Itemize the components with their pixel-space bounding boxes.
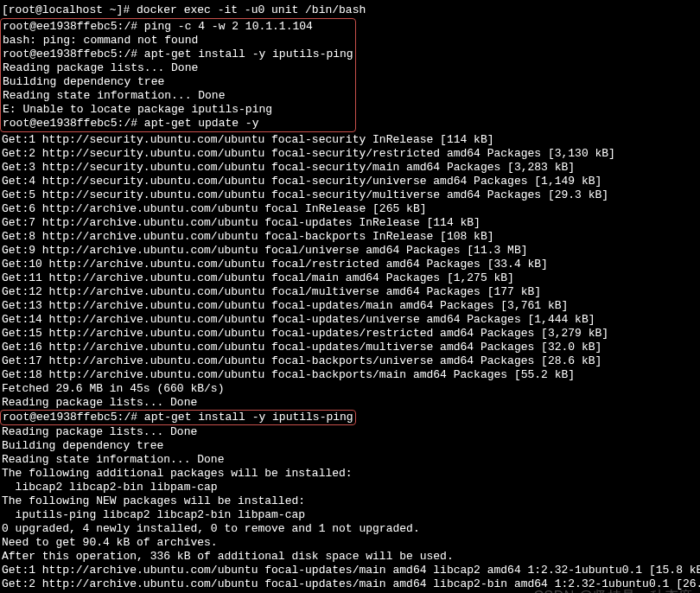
terminal-line: Get:2 http://archive.ubuntu.com/ubuntu f… [2, 577, 698, 591]
terminal-line: iputils-ping libcap2 libcap2-bin libpam-… [2, 508, 698, 522]
terminal-line: Reading state information... Done [2, 453, 698, 467]
terminal-line: root@ee1938ffebc5:/# ping -c 4 -w 2 10.1… [3, 20, 353, 34]
terminal-line: Get:5 http://security.ubuntu.com/ubuntu … [2, 188, 698, 202]
terminal-line: Get:18 http://archive.ubuntu.com/ubuntu … [2, 368, 698, 382]
host-prompt: [root@localhost ~]# [2, 3, 137, 16]
terminal-text: bash: ping: command not found [3, 34, 198, 47]
terminal-line: root@ee1938ffebc5:/# apt-get install -y … [3, 48, 353, 61]
terminal-line: libcap2 libcap2-bin libpam-cap [2, 481, 698, 494]
terminal-line: Get:11 http://archive.ubuntu.com/ubuntu … [2, 271, 698, 285]
terminal-line: root@ee1938ffebc5:/# apt-get install -y … [2, 410, 698, 425]
terminal-line: Get:12 http://archive.ubuntu.com/ubuntu … [2, 285, 698, 299]
terminal-line: Building dependency tree [2, 439, 698, 453]
terminal-line: Get:15 http://archive.ubuntu.com/ubuntu … [2, 327, 698, 341]
terminal-line: Get:1 http://archive.ubuntu.com/ubuntu f… [2, 564, 698, 577]
terminal-line: root@ee1938ffebc5:/# apt-get update -y [3, 117, 353, 131]
terminal-line: Get:6 http://archive.ubuntu.com/ubuntu f… [2, 202, 698, 216]
terminal-line: bash: ping: command not found [3, 34, 353, 48]
terminal-text: Reading state information... Done [3, 89, 225, 102]
container-prompt: root@ee1938ffebc5:/# [3, 20, 144, 33]
install-command: apt-get install -y iputils-ping [144, 411, 353, 424]
terminal-text: E: Unable to locate package iputils-ping [3, 103, 272, 116]
terminal-text: Reading package lists... Done [3, 61, 198, 74]
terminal-line: Building dependency tree [3, 75, 353, 89]
host-command: docker exec -it -u0 unit /bin/bash [137, 3, 366, 16]
terminal-line: [root@localhost ~]# docker exec -it -u0 … [2, 3, 698, 17]
container-prompt: root@ee1938ffebc5:/# [3, 411, 144, 424]
terminal-line: After this operation, 336 kB of addition… [2, 550, 698, 564]
terminal-line: Get:8 http://archive.ubuntu.com/ubuntu f… [2, 230, 698, 244]
terminal-line: Get:1 http://security.ubuntu.com/ubuntu … [2, 133, 698, 147]
highlighted-command-block-2: root@ee1938ffebc5:/# apt-get install -y … [0, 410, 356, 425]
terminal-line: The following additional packages will b… [2, 467, 698, 481]
terminal-line: Reading package lists... Done [2, 396, 698, 410]
terminal-line: E: Unable to locate package iputils-ping [3, 103, 353, 117]
terminal-line: Get:13 http://archive.ubuntu.com/ubuntu … [2, 299, 698, 313]
terminal-line: Get:4 http://security.ubuntu.com/ubuntu … [2, 175, 698, 188]
terminal-text: Building dependency tree [3, 75, 164, 88]
terminal-line: Get:9 http://archive.ubuntu.com/ubuntu f… [2, 244, 698, 258]
terminal-text: apt-get update -y [144, 117, 259, 130]
terminal-line: Get:16 http://archive.ubuntu.com/ubuntu … [2, 341, 698, 354]
terminal-text: ping -c 4 -w 2 10.1.1.104 [144, 20, 313, 33]
container-prompt: root@ee1938ffebc5:/# [3, 48, 144, 61]
terminal-line: Get:14 http://archive.ubuntu.com/ubuntu … [2, 313, 698, 327]
terminal-line: Get:3 http://security.ubuntu.com/ubuntu … [2, 161, 698, 175]
terminal-line: The following NEW packages will be insta… [2, 494, 698, 508]
terminal-line: Get:17 http://archive.ubuntu.com/ubuntu … [2, 354, 698, 368]
terminal-line: 0 upgraded, 4 newly installed, 0 to remo… [2, 522, 698, 536]
terminal-line: Need to get 90.4 kB of archives. [2, 536, 698, 550]
terminal-line: Fetched 29.6 MB in 45s (660 kB/s) [2, 382, 698, 396]
container-prompt: root@ee1938ffebc5:/# [3, 117, 144, 130]
terminal-line: Reading package lists... Done [2, 425, 698, 439]
terminal-text: apt-get install -y iputils-ping [144, 48, 353, 61]
terminal-line: Get:2 http://security.ubuntu.com/ubuntu … [2, 147, 698, 161]
terminal-window[interactable]: [root@localhost ~]# docker exec -it -u0 … [0, 0, 700, 593]
terminal-line: Get:10 http://archive.ubuntu.com/ubuntu … [2, 258, 698, 271]
terminal-line: Reading package lists... Done [3, 61, 353, 75]
terminal-line: Reading state information... Done [3, 89, 353, 103]
terminal-line: Get:7 http://archive.ubuntu.com/ubuntu f… [2, 216, 698, 230]
highlighted-command-block-1: root@ee1938ffebc5:/# ping -c 4 -w 2 10.1… [0, 18, 356, 132]
